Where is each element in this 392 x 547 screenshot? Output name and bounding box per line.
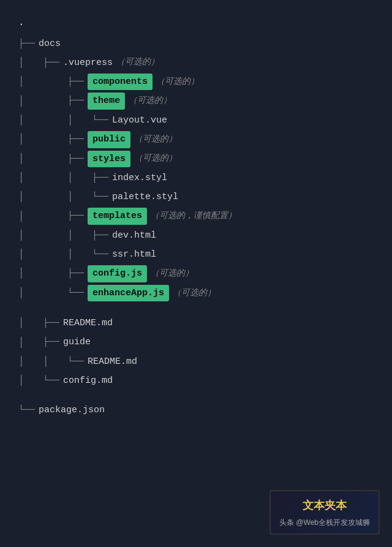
tree-pipe [18, 208, 43, 225]
tree-row: docs [18, 35, 392, 53]
folder-label-highlight: enhanceApp.js [88, 285, 169, 302]
tree-row: README.md [18, 314, 392, 333]
optional-label: （可选的） [173, 286, 216, 301]
optional-label: （可选的） [129, 94, 172, 108]
tree-pipe [18, 170, 43, 186]
file-label: .vuepress [63, 55, 113, 71]
tree-pipe [18, 93, 43, 110]
tree-branch [92, 189, 108, 205]
file-label: README.md [88, 354, 137, 370]
file-label: index.styl [112, 170, 167, 186]
tree-row: package.json [18, 401, 392, 420]
tree-pipe [18, 227, 43, 244]
tree-pipe [18, 315, 43, 331]
watermark-subtitle: 头条 @Web全栈开发攻城狮 [279, 516, 370, 529]
tree-pipe [67, 227, 92, 244]
tree-pipe [18, 246, 43, 263]
tree-branch [67, 285, 84, 301]
tree-pipe [67, 246, 92, 263]
file-label: guide [63, 334, 91, 350]
tree-branch [18, 402, 35, 418]
tree-branch [43, 315, 59, 331]
file-label: package.json [39, 402, 105, 418]
tree-pipe [18, 131, 43, 148]
tree-pipe [18, 55, 43, 71]
tree-spacer [18, 390, 392, 401]
optional-label: （可选的） [134, 151, 177, 166]
tree-row: guide [18, 333, 392, 352]
tree-pipe [18, 285, 43, 301]
tree-row: public（可选的） [18, 130, 392, 149]
tree-pipe [18, 265, 43, 282]
folder-label-highlight: theme [88, 92, 125, 110]
tree-row: index.styl [18, 168, 392, 187]
tree-row: README.md [18, 352, 392, 371]
optional-label: （可选的） [116, 55, 159, 70]
folder-label-highlight: config.js [88, 265, 147, 282]
tree-branch [67, 93, 84, 109]
tree-pipe [18, 151, 43, 167]
tree-branch [18, 36, 35, 52]
file-label: ssr.html [112, 247, 156, 263]
tree-branch [67, 208, 84, 224]
tree-row: styles（可选的） [18, 149, 392, 169]
tree-branch [67, 151, 84, 167]
optional-label: （可选的，谨慎配置） [151, 209, 236, 224]
tree-row: .vuepress（可选的） [18, 53, 392, 72]
optional-label: （可选的） [134, 132, 177, 147]
optional-label: （可选的） [156, 75, 199, 89]
tree-pipe [67, 189, 92, 205]
tree-branch [43, 373, 59, 389]
tree-branch [92, 113, 108, 129]
tree-branch [67, 354, 84, 370]
tree-row: dev.html [18, 226, 392, 245]
tree-pipe [18, 334, 43, 351]
root-node: . [18, 12, 392, 35]
tree-pipe [18, 112, 43, 129]
tree-row: Layout.vue [18, 111, 392, 130]
tree-row: components（可选的） [18, 72, 392, 92]
tree-pipe [18, 353, 43, 370]
watermark: 文本夹本 头条 @Web全栈开发攻城狮 [270, 490, 380, 535]
file-label: palette.styl [112, 189, 178, 205]
folder-label-highlight: templates [88, 208, 147, 225]
folder-label-highlight: styles [88, 151, 130, 168]
tree-branch [92, 228, 108, 244]
file-label: dev.html [112, 228, 156, 244]
tree-pipe [18, 372, 43, 389]
tree-branch [92, 170, 108, 186]
file-label: Layout.vue [112, 113, 167, 129]
file-label: config.md [63, 373, 113, 389]
folder-label-highlight: public [88, 131, 130, 148]
tree-row: enhanceApp.js（可选的） [18, 284, 392, 303]
tree-spacer [18, 303, 392, 314]
tree-row: templates（可选的，谨慎配置） [18, 206, 392, 226]
tree-row: palette.styl [18, 187, 392, 206]
folder-label-highlight: components [88, 74, 153, 91]
file-tree: . docs.vuepress（可选的）components（可选的）theme… [18, 12, 392, 420]
file-label: docs [39, 36, 61, 52]
tree-pipe [67, 170, 92, 186]
tree-pipe [67, 112, 92, 129]
tree-pipe [18, 74, 43, 90]
watermark-title: 文本夹本 [279, 496, 370, 515]
tree-branch [67, 74, 84, 90]
tree-row: theme（可选的） [18, 91, 392, 111]
tree-branch [92, 247, 108, 263]
tree-branch [67, 132, 84, 148]
tree-branch [43, 334, 59, 350]
optional-label: （可选的） [151, 266, 194, 281]
tree-row: ssr.html [18, 245, 392, 264]
tree-pipe [43, 353, 67, 370]
file-label: README.md [63, 315, 113, 331]
tree-pipe [18, 189, 43, 205]
tree-branch [43, 55, 59, 71]
tree-row: config.md [18, 371, 392, 390]
tree-branch [67, 266, 84, 282]
tree-row: config.js（可选的） [18, 264, 392, 284]
